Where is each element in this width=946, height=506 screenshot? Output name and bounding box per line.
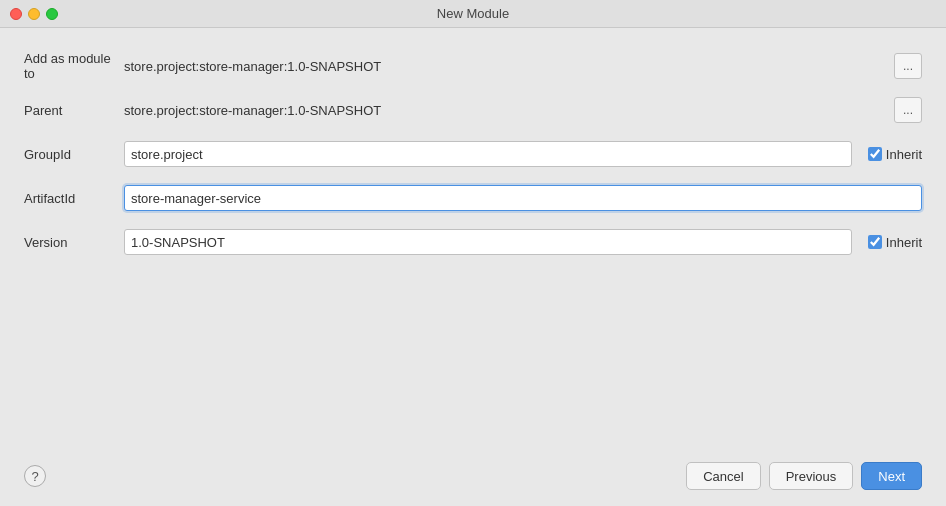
group-id-row: GroupId Inherit: [24, 136, 922, 172]
version-inherit-label: Inherit: [886, 235, 922, 250]
parent-browse-button[interactable]: ...: [894, 97, 922, 123]
close-button[interactable]: [10, 8, 22, 20]
version-row: Version Inherit: [24, 224, 922, 260]
parent-row: Parent store.project:store-manager:1.0-S…: [24, 92, 922, 128]
parent-wrapper: store.project:store-manager:1.0-SNAPSHOT…: [124, 97, 922, 123]
footer-left: ?: [24, 465, 46, 487]
add-as-module-row: Add as module to store.project:store-man…: [24, 48, 922, 84]
dialog-content: Add as module to store.project:store-man…: [0, 28, 946, 446]
artifact-id-row: ArtifactId: [24, 180, 922, 216]
version-input[interactable]: [124, 229, 852, 255]
minimize-button[interactable]: [28, 8, 40, 20]
group-id-inherit-label: Inherit: [886, 147, 922, 162]
footer: ? Cancel Previous Next: [0, 446, 946, 506]
help-button[interactable]: ?: [24, 465, 46, 487]
version-label: Version: [24, 235, 124, 250]
group-id-wrapper: Inherit: [124, 141, 922, 167]
parent-value: store.project:store-manager:1.0-SNAPSHOT: [124, 103, 886, 118]
window-title: New Module: [437, 6, 509, 21]
group-id-label: GroupId: [24, 147, 124, 162]
group-id-inherit-wrapper: Inherit: [868, 147, 922, 162]
version-wrapper: Inherit: [124, 229, 922, 255]
previous-button[interactable]: Previous: [769, 462, 854, 490]
add-as-module-wrapper: store.project:store-manager:1.0-SNAPSHOT…: [124, 53, 922, 79]
add-as-module-browse-button[interactable]: ...: [894, 53, 922, 79]
group-id-input[interactable]: [124, 141, 852, 167]
version-inherit-wrapper: Inherit: [868, 235, 922, 250]
add-as-module-value: store.project:store-manager:1.0-SNAPSHOT: [124, 59, 886, 74]
add-as-module-label: Add as module to: [24, 51, 124, 81]
footer-right: Cancel Previous Next: [686, 462, 922, 490]
cancel-button[interactable]: Cancel: [686, 462, 760, 490]
parent-label: Parent: [24, 103, 124, 118]
version-inherit-checkbox[interactable]: [868, 235, 882, 249]
artifact-id-label: ArtifactId: [24, 191, 124, 206]
artifact-id-wrapper: [124, 185, 922, 211]
artifact-id-input[interactable]: [124, 185, 922, 211]
next-button[interactable]: Next: [861, 462, 922, 490]
title-bar: New Module: [0, 0, 946, 28]
maximize-button[interactable]: [46, 8, 58, 20]
window-controls: [10, 8, 58, 20]
group-id-inherit-checkbox[interactable]: [868, 147, 882, 161]
